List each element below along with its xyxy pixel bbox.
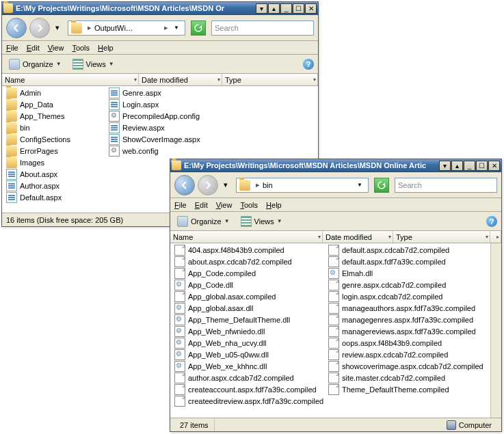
file-list[interactable]: 404.aspx.f48b43b9.compiledabout.aspx.cdc… [170, 243, 501, 418]
forward-button[interactable] [29, 18, 50, 38]
column-split-icon[interactable]: ▾ [134, 77, 137, 83]
list-item[interactable]: App_Code.dll [170, 279, 324, 290]
maximize-button[interactable]: ☐ [476, 161, 488, 171]
breadcrumb-sep[interactable]: ▸ [85, 23, 94, 32]
help-button[interactable]: ? [303, 59, 314, 70]
list-item[interactable]: Login.aspx [105, 98, 207, 110]
list-item[interactable]: App_Web_xe_khhnc.dll [170, 360, 324, 372]
list-item[interactable]: manageauthors.aspx.fdf7a39c.compiled [324, 302, 478, 314]
menu-help[interactable]: Help [266, 201, 282, 209]
address-dropdown-icon[interactable]: ▼ [171, 25, 182, 31]
list-item[interactable]: genre.aspx.cdcab7d2.compiled [324, 279, 478, 290]
column-split-icon[interactable]: ▾ [217, 77, 220, 83]
column-overflow[interactable]: ▸ [490, 231, 501, 243]
list-item[interactable]: login.aspx.cdcab7d2.compiled [324, 290, 478, 302]
list-item[interactable]: App_Theme_DefaultTheme.dll [170, 314, 324, 325]
column-split-icon[interactable]: ▾ [318, 234, 321, 240]
refresh-button[interactable] [374, 178, 389, 193]
list-item[interactable]: App_global.asax.compiled [170, 290, 324, 302]
breadcrumb-sep[interactable]: ▸ [253, 180, 263, 189]
column-type[interactable]: Type▾ [393, 231, 490, 243]
list-item[interactable]: App_Data [2, 98, 105, 110]
title-extra-button-1[interactable]: ▾ [256, 3, 267, 14]
forward-button[interactable] [198, 175, 218, 195]
list-item[interactable]: App_Web_nfwniedo.dll [170, 325, 324, 337]
list-item[interactable]: createeditreview.aspx.fdf7a39c.compiled [170, 395, 324, 407]
help-button[interactable]: ? [486, 216, 497, 227]
list-item[interactable]: Genre.aspx [105, 87, 207, 98]
list-item[interactable]: Review.aspx [105, 122, 207, 133]
list-item[interactable]: about.aspx.cdcab7d2.compiled [170, 256, 324, 267]
address-bar[interactable]: ▸ OutputWi… ▸ ▼ [68, 21, 185, 36]
title-extra-button-2[interactable]: ▴ [451, 161, 463, 171]
address-text[interactable]: OutputWi… [94, 24, 161, 32]
titlebar[interactable]: E:\My Projects\Writings\Microsoft\MSDN A… [2, 2, 318, 15]
list-item[interactable]: App_Web_u05-q0ww.dll [170, 349, 324, 360]
menu-edit[interactable]: Edit [27, 44, 40, 52]
column-split-icon[interactable]: ▾ [388, 234, 391, 240]
title-extra-button-2[interactable]: ▴ [268, 3, 280, 14]
address-bar[interactable]: ▸ bin ▼ [236, 178, 369, 193]
back-button[interactable] [6, 18, 27, 38]
minimize-button[interactable]: _ [280, 3, 292, 14]
title-extra-button-1[interactable]: ▾ [439, 161, 451, 171]
menu-view[interactable]: View [48, 44, 64, 52]
list-item[interactable]: App_Web_nha_ucvy.dll [170, 337, 324, 349]
list-item[interactable]: createaccount.aspx.fdf7a39c.compiled [170, 383, 324, 395]
list-item[interactable]: managegenres.aspx.fdf7a39c.compiled [324, 314, 478, 325]
list-item[interactable]: Default.aspx [2, 191, 105, 203]
list-item[interactable]: Admin [2, 87, 105, 98]
nav-history-dropdown[interactable]: ▾ [221, 180, 230, 189]
column-date[interactable]: Date modified▾ [139, 74, 222, 85]
column-name[interactable]: Name▾ [170, 231, 323, 243]
close-button[interactable]: ✕ [488, 161, 500, 171]
menu-view[interactable]: View [216, 201, 233, 209]
menu-help[interactable]: Help [98, 44, 114, 52]
menu-file[interactable]: File [174, 201, 187, 209]
column-split-icon[interactable]: ▾ [486, 234, 488, 240]
close-button[interactable]: ✕ [305, 3, 317, 14]
nav-history-dropdown[interactable]: ▾ [53, 23, 62, 32]
list-item[interactable]: default.aspx.cdcab7d2.compiled [324, 244, 478, 256]
organize-menu[interactable]: Organize ▼ [174, 215, 233, 228]
menu-tools[interactable]: Tools [72, 44, 90, 52]
vertical-scrollbar[interactable] [490, 243, 501, 418]
search-input[interactable]: Search [211, 21, 314, 36]
address-text[interactable]: bin [263, 181, 354, 189]
maximize-button[interactable]: ☐ [293, 3, 304, 14]
organize-menu[interactable]: Organize ▼ [6, 57, 64, 71]
list-item[interactable]: author.aspx.cdcab7d2.compiled [170, 372, 324, 383]
column-split-icon[interactable]: ▾ [313, 77, 316, 83]
menu-edit[interactable]: Edit [195, 201, 208, 209]
refresh-button[interactable] [191, 21, 206, 36]
list-item[interactable]: Images [2, 157, 105, 168]
list-item[interactable]: App_Themes [2, 110, 105, 122]
list-item[interactable]: web.config [105, 145, 207, 157]
menu-tools[interactable]: Tools [240, 201, 258, 209]
titlebar[interactable]: E:\My Projects\Writings\Microsoft\MSDN A… [170, 159, 501, 172]
list-item[interactable]: site.master.cdcab7d2.compiled [324, 372, 478, 383]
back-button[interactable] [174, 175, 195, 195]
list-item[interactable]: App_global.asax.dll [170, 302, 324, 314]
column-name[interactable]: Name▾ [2, 74, 139, 85]
list-item[interactable]: oops.aspx.f48b43b9.compiled [324, 337, 478, 349]
column-type[interactable]: Type▾ [222, 74, 318, 85]
address-dropdown-icon[interactable]: ▼ [354, 182, 365, 188]
list-item[interactable]: bin [2, 122, 105, 133]
list-item[interactable]: 404.aspx.f48b43b9.compiled [170, 244, 324, 256]
column-date[interactable]: Date modified▾ [323, 231, 393, 243]
list-item[interactable]: Theme_DefaultTheme.compiled [324, 383, 478, 395]
list-item[interactable]: showcoverimage.aspx.cdcab7d2.compiled [324, 360, 478, 372]
list-item[interactable]: App_Code.compiled [170, 267, 324, 279]
list-item[interactable]: default.aspx.fdf7a39c.compiled [324, 256, 478, 267]
search-input[interactable]: Search [395, 178, 497, 193]
minimize-button[interactable]: _ [464, 161, 475, 171]
list-item[interactable]: review.aspx.cdcab7d2.compiled [324, 349, 478, 360]
list-item[interactable]: About.aspx [2, 168, 105, 180]
list-item[interactable]: PrecompiledApp.config [105, 110, 207, 122]
list-item[interactable]: ConfigSections [2, 133, 105, 145]
list-item[interactable]: Author.aspx [2, 180, 105, 191]
list-item[interactable]: managereviews.aspx.fdf7a39c.compiled [324, 325, 478, 337]
views-menu[interactable]: Views ▼ [238, 215, 285, 228]
breadcrumb-sep[interactable]: ▸ [161, 23, 171, 32]
